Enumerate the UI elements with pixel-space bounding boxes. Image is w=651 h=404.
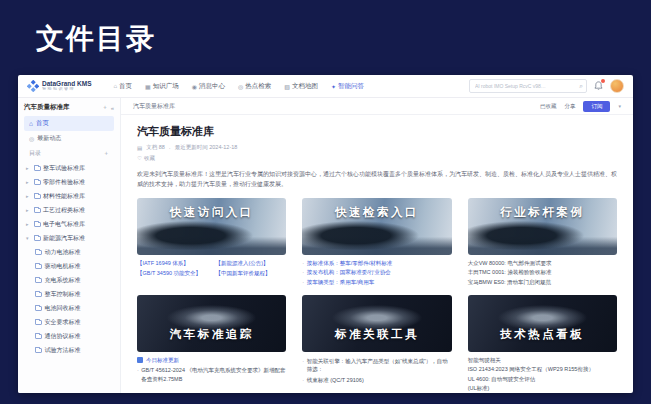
search-icon[interactable]: ⌕ — [579, 83, 583, 90]
content-tabbar: 汽车质量标准库 已收藏 分享 订阅 ▾ — [121, 98, 633, 115]
card-tech-hotspots: 技术热点看板 智能驾驶相关 ISO 21434:2023 网络安全工程（WP29… — [468, 295, 617, 393]
quick-link[interactable]: 【GB/T 34590 功能安全】 — [137, 270, 211, 277]
quick-access-links: 【IATF 16949 体系】 【新能源准入(公告)】 【GB/T 34590 … — [137, 260, 286, 278]
nav-item-hot-search[interactable]: ◎ 热点检索 — [238, 82, 271, 91]
folder-icon — [34, 180, 41, 185]
card-title: 标准关联工具 — [302, 327, 451, 342]
folder-icon — [35, 264, 42, 269]
tree-item[interactable]: 通信协议标准 — [24, 329, 114, 343]
sidebar-add-icon[interactable]: ＋ — [102, 103, 108, 112]
nav-item-ai-qa[interactable]: ✦ 智能问答 — [331, 82, 364, 91]
tree-item-label: 整车控制标准 — [45, 290, 81, 299]
card-quick-search: 快速检索入口 ·按标准体系：整车/零部件/材料标准 ·按发布机构：国家标准委/行… — [302, 198, 451, 286]
card-banner-quick-access[interactable]: 快速访问入口 — [137, 198, 286, 255]
nav-item-knowledge-square[interactable]: ▦ 知识广场 — [145, 82, 179, 91]
app-window: DataGrand KMS 智能知识管理 ⌂ 首页 ▦ 知识广场 ◉ 消息中心 … — [18, 75, 633, 393]
case-line: 大众VW 80000: 电气部件测试要求 — [468, 260, 617, 267]
share-button[interactable]: 分享 — [564, 103, 575, 110]
tree-item[interactable]: ▸材料性能标准库 — [24, 189, 114, 203]
header-text: 今日标准更新 — [146, 357, 179, 364]
user-avatar[interactable] — [610, 79, 624, 93]
bullet-dot: · — [302, 357, 304, 374]
brand-tagline: 智能知识管理 — [42, 87, 91, 91]
update-line: ·GB/T 45612-2024 《电动汽车充电系统安全要求》新增配套备查资料2… — [137, 366, 286, 383]
tree-item-label: 驱动电机标准 — [45, 262, 81, 271]
home-icon: ⌂ — [113, 83, 117, 89]
brand-text: DataGrand KMS 智能知识管理 — [42, 80, 91, 92]
tree-item[interactable]: ▸电子电气标准库 — [24, 217, 114, 231]
tree-item[interactable]: 充电系统标准 — [24, 273, 114, 287]
sidebar-item-latest-news[interactable]: ◎ 最新动态 — [24, 131, 114, 146]
card-banner-tech-hotspots[interactable]: 技术热点看板 — [468, 295, 617, 352]
tree-item[interactable]: 驱动电机标准 — [24, 259, 114, 273]
content-tab[interactable]: 汽车质量标准库 — [133, 102, 175, 111]
robot-icon: ✦ — [331, 83, 336, 90]
tree-item[interactable]: ▾新能源汽车标准 — [24, 231, 114, 245]
folder-icon — [35, 348, 42, 353]
tool-line: ·线束标准 (QC/T 29106) — [302, 376, 451, 384]
nav-item-doc-map[interactable]: ▧ 文档地图 — [284, 82, 318, 91]
caret-right-icon: ▸ — [26, 221, 31, 227]
card-quick-access: 快速访问入口 【IATF 16949 体系】 【新能源准入(公告)】 【GB/T… — [137, 198, 286, 286]
card-banner-quick-search[interactable]: 快速检索入口 — [302, 198, 451, 255]
quick-link[interactable]: 【新能源准入(公告)】 — [215, 260, 286, 267]
sidebar-item-home[interactable]: ⌂ 首页 — [24, 116, 114, 131]
line-text: 按标准体系：整车/零部件/材料标准 — [307, 260, 393, 267]
card-banner-standards-tracking[interactable]: 汽车标准追踪 — [137, 295, 286, 352]
heart-icon: ♡ — [137, 155, 142, 161]
chevron-down-icon[interactable]: ▾ — [618, 103, 621, 109]
nav-label: 知识广场 — [153, 82, 179, 91]
content-toolbar: 已收藏 分享 订阅 ▾ — [540, 101, 621, 112]
hotspot-line: (UL标准) — [468, 385, 617, 392]
hotspot-icon: ◎ — [238, 83, 243, 90]
catalog-add-icon[interactable]: ＋ — [103, 149, 109, 158]
quick-link[interactable]: 【IATF 16949 体系】 — [137, 260, 211, 267]
tree-item[interactable]: 动力电池标准 — [24, 245, 114, 259]
search-filter-link[interactable]: ·按发布机构：国家标准委/行业协会 — [302, 269, 451, 276]
tree-item[interactable]: ▸工艺过程类标准 — [24, 203, 114, 217]
caret-right-icon: ▸ — [26, 165, 31, 171]
tree-item-label: 动力电池标准 — [45, 248, 81, 257]
nav-item-home[interactable]: ⌂ 首页 — [113, 82, 132, 91]
hotspot-line: UL 4600: 自动驾驶安全评估 — [468, 376, 617, 383]
folder-icon — [35, 278, 42, 283]
tree-item[interactable]: ▸零部件检验标准 — [24, 175, 114, 189]
folder-icon — [35, 306, 42, 311]
sidebar-collapse-icon[interactable]: « — [111, 105, 114, 111]
card-title: 汽车标准追踪 — [137, 327, 286, 342]
tree-item[interactable]: 电池回收标准 — [24, 301, 114, 315]
tracking-lines: 今日标准更新 ·GB/T 45612-2024 《电动汽车充电系统安全要求》新增… — [137, 357, 286, 383]
tree-item[interactable]: 安全要求标准 — [24, 315, 114, 329]
tree-item-label: 材料性能标准库 — [43, 192, 85, 201]
sidebar-tree: ▸整车试验标准库 ▸零部件检验标准 ▸材料性能标准库 ▸工艺过程类标准 ▸电子电… — [24, 161, 114, 388]
bullet-dot: · — [137, 366, 139, 383]
tree-item[interactable]: 整车控制标准 — [24, 287, 114, 301]
quick-search-lines: ·按标准体系：整车/零部件/材料标准 ·按发布机构：国家标准委/行业协会 ·按车… — [302, 260, 451, 286]
caret-right-icon: ▸ — [26, 207, 31, 213]
nav-item-message-center[interactable]: ◉ 消息中心 — [192, 82, 225, 91]
search-filter-link[interactable]: ·按车辆类型：乘用车/商用车 — [302, 279, 451, 286]
brand-logo-icon — [27, 80, 39, 92]
tree-item[interactable]: ▸整车试验标准库 — [24, 161, 114, 175]
search-input[interactable] — [473, 82, 577, 90]
library-description: 欢迎来到汽车质量标准库！这里是汽车行业专属的知识对接资源中心，通过六个核心功能模… — [137, 169, 617, 189]
notification-bell-icon[interactable] — [594, 81, 603, 91]
favorite-toggle[interactable]: ♡ 收藏 — [137, 155, 617, 162]
card-banner-association-tool[interactable]: 标准关联工具 — [302, 295, 451, 352]
line-text: 按发布机构：国家标准委/行业协会 — [307, 269, 391, 276]
quick-link[interactable]: 【中国新车评价规程】 — [215, 270, 286, 277]
card-standards-tracking: 汽车标准追踪 今日标准更新 ·GB/T 45612-2024 《电动汽车充电系统… — [137, 295, 286, 393]
line-text: 线束标准 (QC/T 29106) — [307, 376, 364, 384]
sidebar-catalog-row: 目录 ＋ — [24, 146, 114, 160]
bullet-dot: · — [302, 269, 304, 276]
tree-item[interactable]: 试验方法标准 — [24, 343, 114, 357]
card-banner-benchmark-cases[interactable]: 行业标杆案例 — [468, 198, 617, 255]
favorited-button[interactable]: 已收藏 — [540, 103, 557, 110]
search-filter-link[interactable]: ·按标准体系：整车/零部件/材料标准 — [302, 260, 451, 267]
tree-item-label: 整车试验标准库 — [43, 164, 85, 173]
folder-icon — [34, 166, 41, 171]
topbar-right: ⌕ — [469, 79, 624, 93]
subscribe-button[interactable]: 订阅 — [583, 101, 610, 112]
case-line: 宝马BMW ES0: 滑动车门启闭规范 — [468, 279, 617, 286]
folder-icon — [34, 208, 41, 213]
